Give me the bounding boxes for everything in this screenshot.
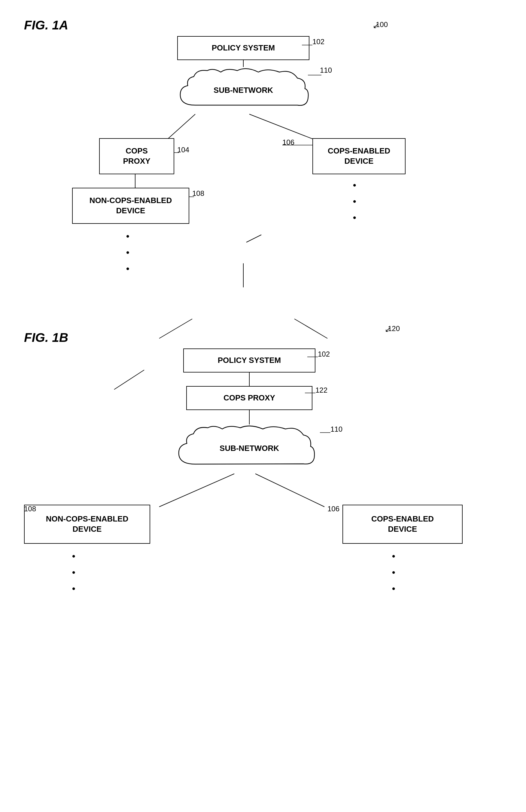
svg-line-20 (255, 474, 324, 507)
ref-108-fig1b: 108 (24, 505, 36, 513)
svg-line-9 (249, 114, 318, 141)
sub-network-cloud-1b: SUB-NETWORK (171, 424, 327, 473)
non-cops-enabled-box-1a: NON-COPS-ENABLED DEVICE (72, 188, 189, 224)
dots-right-1a: ••• (353, 177, 356, 226)
arrow-120: ↙ (385, 325, 391, 334)
svg-line-3 (294, 319, 327, 338)
fig1b-label: FIG. 1B (24, 331, 68, 345)
policy-system-box-1b: POLICY SYSTEM (183, 348, 316, 373)
policy-system-box-1a: POLICY SYSTEM (177, 36, 309, 60)
cops-proxy-box-1b: COPS PROXY (186, 386, 312, 410)
sub-network-cloud-1a: SUB-NETWORK (171, 66, 316, 114)
page: FIG. 1A 100 ↙ POLICY SYSTEM 102 SUB-NETW… (0, 0, 526, 812)
arrow-100: ↙ (373, 21, 379, 30)
cops-enabled-box-1a: COPS-ENABLED DEVICE (312, 138, 406, 174)
cops-proxy-box-1a: COPS PROXY (99, 138, 174, 174)
dots-left-1b: ••• (72, 548, 75, 597)
non-cops-enabled-box-1b: NON-COPS-ENABLED DEVICE (24, 505, 150, 544)
svg-line-19 (159, 474, 234, 507)
fig1a-label: FIG. 1A (24, 18, 68, 32)
svg-line-2 (159, 319, 192, 338)
ref-106-fig1b: 106 (327, 505, 339, 513)
dots-left-1a: ••• (126, 228, 130, 277)
svg-line-4 (114, 370, 144, 390)
dots-right-1b: ••• (392, 548, 395, 597)
cops-enabled-box-1b: COPS-ENABLED DEVICE (342, 505, 463, 544)
svg-line-0 (246, 235, 261, 243)
svg-line-8 (165, 114, 195, 141)
